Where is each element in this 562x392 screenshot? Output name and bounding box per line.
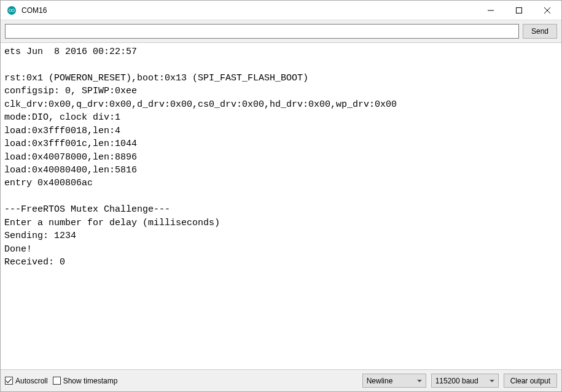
baud-rate-select[interactable]: 115200 baud xyxy=(431,374,499,388)
svg-rect-2 xyxy=(517,7,522,13)
window-titlebar: COM16 xyxy=(1,1,561,20)
autoscroll-checkbox[interactable]: Autoscroll xyxy=(5,377,48,385)
timestamp-label: Show timestamp xyxy=(63,377,118,385)
checkbox-icon xyxy=(5,377,13,385)
baud-rate-value: 115200 baud xyxy=(435,377,478,385)
serial-input[interactable] xyxy=(5,24,519,39)
checkbox-icon xyxy=(53,377,61,385)
autoscroll-label: Autoscroll xyxy=(15,377,48,385)
footer-toolbar: Autoscroll Show timestamp Newline 115200… xyxy=(1,370,561,391)
arduino-icon xyxy=(7,6,17,15)
minimize-button[interactable] xyxy=(477,1,505,20)
line-ending-select[interactable]: Newline xyxy=(362,374,426,388)
maximize-button[interactable] xyxy=(505,1,533,20)
serial-output[interactable]: ets Jun 8 2016 00:22:57 rst:0x1 (POWERON… xyxy=(1,43,561,370)
line-ending-value: Newline xyxy=(367,377,393,385)
window-controls xyxy=(477,1,561,20)
close-button[interactable] xyxy=(533,1,561,20)
clear-output-button[interactable]: Clear output xyxy=(504,374,557,388)
send-button[interactable]: Send xyxy=(523,24,557,39)
send-toolbar: Send xyxy=(1,20,561,43)
window-title: COM16 xyxy=(21,6,477,15)
show-timestamp-checkbox[interactable]: Show timestamp xyxy=(53,377,118,385)
